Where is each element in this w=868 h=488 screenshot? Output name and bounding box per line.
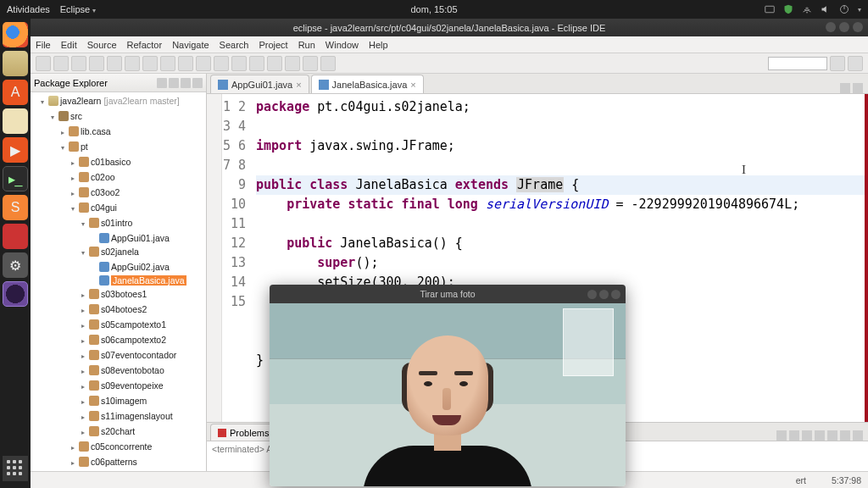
active-app[interactable]: Eclipse ▾ xyxy=(60,4,97,14)
dock-files[interactable] xyxy=(3,51,28,76)
toolbar-button[interactable] xyxy=(89,56,104,71)
perspective-button[interactable] xyxy=(848,56,863,71)
link-icon[interactable] xyxy=(169,78,179,88)
tree-item: ▸c05concorrente xyxy=(71,440,206,455)
panel-tool-icon[interactable] xyxy=(802,430,812,441)
dock-sublime[interactable]: S xyxy=(3,195,28,220)
window-titlebar[interactable]: eclipse - java2learn/src/pt/c04gui/s02ja… xyxy=(31,19,868,36)
maximize-icon[interactable] xyxy=(192,78,203,88)
toolbar-button[interactable] xyxy=(160,56,175,71)
toolbar-button[interactable] xyxy=(231,56,247,71)
dock-firefox[interactable] xyxy=(3,22,28,47)
editor-tab[interactable]: AppGui01.java× xyxy=(210,75,309,93)
close-button[interactable] xyxy=(611,290,620,299)
status-insert: ert xyxy=(796,475,806,485)
tree-item: ▸c06patterns xyxy=(71,455,206,470)
window-title: eclipse - java2learn/src/pt/c04gui/s02ja… xyxy=(293,23,606,33)
menu-help[interactable]: Help xyxy=(369,40,388,50)
editor-toolbar-icon[interactable] xyxy=(840,83,850,93)
activities-button[interactable]: Atividades xyxy=(7,4,50,14)
webcam-viewport xyxy=(270,303,626,486)
close-button[interactable] xyxy=(853,22,863,32)
toolbar-button[interactable] xyxy=(249,56,264,71)
tree-item: ▸c01basico xyxy=(71,155,206,170)
close-tab-icon[interactable]: × xyxy=(296,80,301,90)
toolbar xyxy=(31,53,868,74)
problems-tab[interactable]: Problems xyxy=(210,424,276,441)
webcam-title: Tirar uma foto xyxy=(420,289,476,299)
toolbar-button[interactable] xyxy=(125,56,140,71)
view-menu-icon[interactable] xyxy=(157,78,167,88)
menu-project[interactable]: Project xyxy=(259,40,287,50)
toolbar-button[interactable] xyxy=(196,56,211,71)
tree-item: ▾c04gui ▾s01intro AppGui01.java ▾s02jane… xyxy=(71,201,206,440)
min-button[interactable] xyxy=(826,22,836,32)
dock-gedit[interactable] xyxy=(3,108,28,134)
panel-tool-icon[interactable] xyxy=(776,430,787,441)
dock-show-apps[interactable] xyxy=(3,456,28,481)
tree-item: ▸s04botoes2 xyxy=(81,302,206,318)
selected-file: JanelaBasica.java xyxy=(111,275,186,286)
marker-ruler[interactable] xyxy=(207,94,222,422)
toolbar-button[interactable] xyxy=(285,56,300,71)
webcam-window[interactable]: Tirar uma foto xyxy=(270,285,626,486)
gnome-top-bar: Atividades Eclipse ▾ dom, 15:05 ▾ xyxy=(0,0,868,19)
quick-access-input[interactable] xyxy=(768,57,827,70)
tree-item: ▸c03oo2 xyxy=(71,186,206,201)
dock-eclipse[interactable] xyxy=(3,281,28,307)
perspective-button[interactable] xyxy=(830,56,845,71)
panel-tool-icon[interactable] xyxy=(853,430,863,441)
editor-tabs: AppGui01.java× JanelaBasica.java× xyxy=(207,74,868,94)
menu-navigate[interactable]: Navigate xyxy=(172,40,209,50)
person-figure xyxy=(354,322,541,486)
minimize-icon[interactable] xyxy=(181,78,191,88)
min-button[interactable] xyxy=(587,290,597,299)
panel-tool-icon[interactable] xyxy=(815,430,825,441)
menu-bar: File Edit Source Refactor Navigate Searc… xyxy=(31,36,868,53)
webcam-titlebar[interactable]: Tirar uma foto xyxy=(270,285,626,303)
source-folder-icon xyxy=(58,111,69,121)
menu-file[interactable]: File xyxy=(36,40,51,50)
toolbar-button[interactable] xyxy=(178,56,193,71)
tree-item: ▸s08eventobotao xyxy=(81,363,206,379)
max-button[interactable] xyxy=(599,290,609,299)
dock-software[interactable]: A xyxy=(3,80,28,105)
menu-run[interactable]: Run xyxy=(298,40,315,50)
menu-source[interactable]: Source xyxy=(87,40,117,50)
tree-item: ▸s20chart xyxy=(81,424,206,440)
panel-tool-icon[interactable] xyxy=(827,430,837,441)
clock[interactable]: dom, 15:05 xyxy=(410,4,457,14)
panel-tool-icon[interactable] xyxy=(789,430,799,441)
toolbar-button[interactable] xyxy=(71,56,86,71)
editor-tab-active[interactable]: JanelaBasica.java× xyxy=(311,75,424,93)
dock-libreoffice[interactable] xyxy=(3,224,28,249)
dock-terminal[interactable]: ▸_ xyxy=(3,166,28,191)
tree-item: ▸s05campotexto1 xyxy=(81,318,206,333)
editor-toolbar-icon[interactable] xyxy=(853,83,863,93)
dock-settings[interactable]: ⚙ xyxy=(3,252,28,278)
toolbar-button[interactable] xyxy=(36,56,51,71)
panel-tool-icon[interactable] xyxy=(840,430,850,441)
project-tree[interactable]: ▾java2learn [java2learn master] ▾src ▸li… xyxy=(31,92,206,471)
toolbar-button[interactable] xyxy=(320,56,336,71)
toolbar-button[interactable] xyxy=(53,56,69,71)
package-explorer-header[interactable]: Package Explorer xyxy=(31,74,206,92)
toolbar-button[interactable] xyxy=(142,56,158,71)
java-file-icon xyxy=(319,80,329,90)
shield-icon xyxy=(783,4,793,14)
system-tray[interactable]: ▾ xyxy=(765,4,861,14)
toolbar-button[interactable] xyxy=(214,56,229,71)
close-tab-icon[interactable]: × xyxy=(410,80,415,90)
max-button[interactable] xyxy=(839,22,849,32)
menu-search[interactable]: Search xyxy=(220,40,249,50)
java-file-icon xyxy=(218,80,228,90)
toolbar-button[interactable] xyxy=(267,56,282,71)
menu-edit[interactable]: Edit xyxy=(61,40,77,50)
toolbar-button[interactable] xyxy=(303,56,318,71)
tree-item: ▸s11imagenslayout xyxy=(81,409,206,424)
text-cursor-icon: I xyxy=(742,160,746,180)
dock-video[interactable]: ▶ xyxy=(3,137,28,163)
menu-window[interactable]: Window xyxy=(326,40,359,50)
toolbar-button[interactable] xyxy=(107,56,122,71)
menu-refactor[interactable]: Refactor xyxy=(127,40,163,50)
